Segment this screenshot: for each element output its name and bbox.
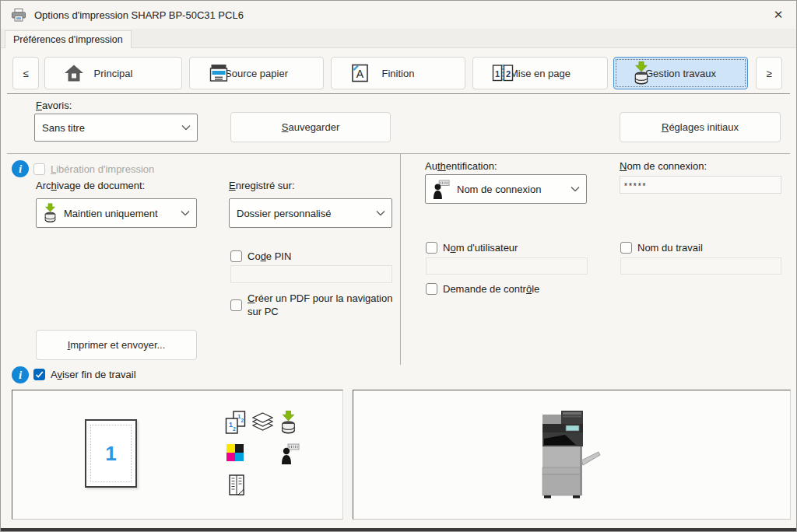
job-name-label: Nom du travail bbox=[637, 242, 703, 254]
page-preview: 1 bbox=[85, 419, 137, 488]
toolbar-divider bbox=[7, 93, 790, 94]
document-filing-icon bbox=[280, 411, 297, 434]
settings-preview-panel: 1 1 2 1 2 bbox=[12, 390, 343, 520]
authentication-icon bbox=[281, 443, 300, 464]
svg-text:2: 2 bbox=[506, 69, 511, 79]
database-arrow-icon bbox=[44, 203, 57, 223]
printer-icon bbox=[11, 9, 26, 22]
toolbar-tab-label: Finition bbox=[382, 68, 415, 79]
toolbar-tab-label: Mise en page bbox=[510, 68, 571, 79]
toolbar-tab-gestion-travaux[interactable]: Gestion travaux bbox=[613, 57, 748, 89]
save-favorite-button[interactable]: Sauvegarder bbox=[230, 112, 391, 142]
job-handling-icon bbox=[633, 61, 650, 85]
pin-code-checkbox[interactable]: Code PIN bbox=[230, 250, 291, 262]
print-and-send-button[interactable]: Imprimer et envoyer... bbox=[36, 330, 197, 360]
job-name-checkbox[interactable]: Nom du travail bbox=[620, 242, 703, 254]
checkbox-box bbox=[33, 369, 45, 380]
copies-icon: 1 2 1 2 bbox=[225, 411, 246, 435]
paper-source-icon bbox=[209, 63, 229, 83]
user-auth-icon bbox=[433, 180, 450, 199]
user-name-input bbox=[426, 257, 588, 275]
checkbox-box bbox=[426, 283, 437, 295]
scroll-tabs-left-button[interactable]: ≤ bbox=[12, 57, 39, 89]
screen-edge bbox=[1, 528, 796, 531]
saved-to-label: Enregistré sur: bbox=[229, 180, 295, 191]
toolbar-tab-finition[interactable]: A Finition bbox=[331, 57, 465, 89]
info-icon[interactable]: i bbox=[12, 160, 29, 177]
svg-text:1: 1 bbox=[495, 69, 500, 79]
svg-text:2: 2 bbox=[241, 418, 244, 423]
review-request-label: Demande de contrôle bbox=[443, 283, 539, 295]
page-layout-icon: 1 2 bbox=[492, 64, 514, 82]
page-number: 1 bbox=[105, 442, 116, 466]
user-name-checkbox[interactable]: Nom d'utilisateur bbox=[426, 242, 518, 254]
saved-to-value: Dossier personnalisé bbox=[237, 208, 331, 219]
user-name-label: Nom d'utilisateur bbox=[443, 242, 518, 254]
toolbar-tab-mise-en-page[interactable]: 1 2 Mise en page bbox=[472, 57, 608, 89]
document-filing-dropdown[interactable]: Maintien uniquement bbox=[36, 198, 197, 228]
print-release-label: Libération d'impression bbox=[51, 163, 154, 175]
job-name-input bbox=[620, 257, 781, 275]
pin-code-label: Code PIN bbox=[248, 250, 291, 262]
tab-strip: Préférences d'impression bbox=[1, 29, 796, 48]
toolbar-tab-label: Source papier bbox=[225, 68, 288, 79]
review-request-checkbox[interactable]: Demande de contrôle bbox=[426, 283, 539, 295]
booklet-icon bbox=[227, 474, 246, 497]
collate-icon bbox=[252, 412, 273, 433]
authentication-label: Authentification: bbox=[425, 160, 497, 172]
color-mode-icon bbox=[226, 444, 244, 461]
toolbar-tab-source-papier[interactable]: Source papier bbox=[189, 57, 324, 89]
chevron-down-icon bbox=[376, 211, 385, 216]
section-divider bbox=[7, 153, 790, 154]
toolbar-tab-principal[interactable]: Principal bbox=[44, 57, 182, 89]
close-button[interactable]: ✕ bbox=[760, 1, 796, 29]
toolbar-tab-label: Gestion travaux bbox=[645, 68, 716, 79]
checkbox-box bbox=[230, 250, 242, 262]
print-release-checkbox: Libération d'impression bbox=[33, 163, 154, 175]
scroll-tabs-right-button[interactable]: ≥ bbox=[756, 57, 782, 89]
title-bar: Options d'impression SHARP BP-50C31 PCL6… bbox=[1, 1, 796, 29]
finishing-icon: A bbox=[350, 63, 370, 83]
notify-job-end-checkbox[interactable]: Aviser fin de travail bbox=[33, 369, 136, 380]
home-icon bbox=[64, 64, 84, 83]
document-filing-label: Archivage de document: bbox=[36, 180, 145, 191]
pin-code-input bbox=[230, 265, 392, 283]
toolbar-tab-label: Principal bbox=[94, 68, 133, 79]
tab-printing-preferences[interactable]: Préférences d'impression bbox=[5, 30, 132, 48]
checkbox-box bbox=[620, 242, 632, 254]
chevron-down-icon bbox=[181, 211, 190, 216]
print-options-dialog: Options d'impression SHARP BP-50C31 PCL6… bbox=[0, 0, 797, 532]
login-name-input[interactable] bbox=[620, 176, 781, 194]
checkbox-box bbox=[33, 163, 45, 175]
chevron-down-icon bbox=[181, 125, 191, 131]
checkbox-box bbox=[426, 242, 437, 254]
svg-text:A: A bbox=[356, 68, 364, 80]
info-icon[interactable]: i bbox=[12, 366, 29, 383]
printer-preview-panel bbox=[353, 390, 791, 520]
create-pdf-label: Créer un PDF pour la navigation sur PC bbox=[248, 292, 402, 319]
defaults-button[interactable]: Réglages initiaux bbox=[620, 112, 781, 142]
window-title: Options d'impression SHARP BP-50C31 PCL6 bbox=[34, 9, 244, 21]
login-name-label: Nom de connexion: bbox=[620, 160, 707, 172]
svg-text:2: 2 bbox=[233, 426, 236, 432]
favorites-label: Favoris: bbox=[36, 100, 72, 111]
printer-image bbox=[539, 409, 601, 499]
chevron-down-icon bbox=[571, 187, 580, 192]
favorites-dropdown[interactable]: Sans titre bbox=[34, 114, 198, 142]
column-divider bbox=[400, 154, 401, 365]
checkbox-box bbox=[230, 299, 242, 311]
authentication-dropdown[interactable]: Nom de connexion bbox=[425, 174, 587, 204]
saved-to-dropdown[interactable]: Dossier personnalisé bbox=[229, 198, 392, 228]
document-filing-value: Maintien uniquement bbox=[64, 208, 158, 219]
create-pdf-checkbox[interactable]: Créer un PDF pour la navigation sur PC bbox=[230, 292, 402, 319]
notify-job-end-label: Aviser fin de travail bbox=[51, 369, 136, 380]
favorites-value: Sans titre bbox=[42, 122, 85, 134]
authentication-value: Nom de connexion bbox=[457, 184, 541, 195]
